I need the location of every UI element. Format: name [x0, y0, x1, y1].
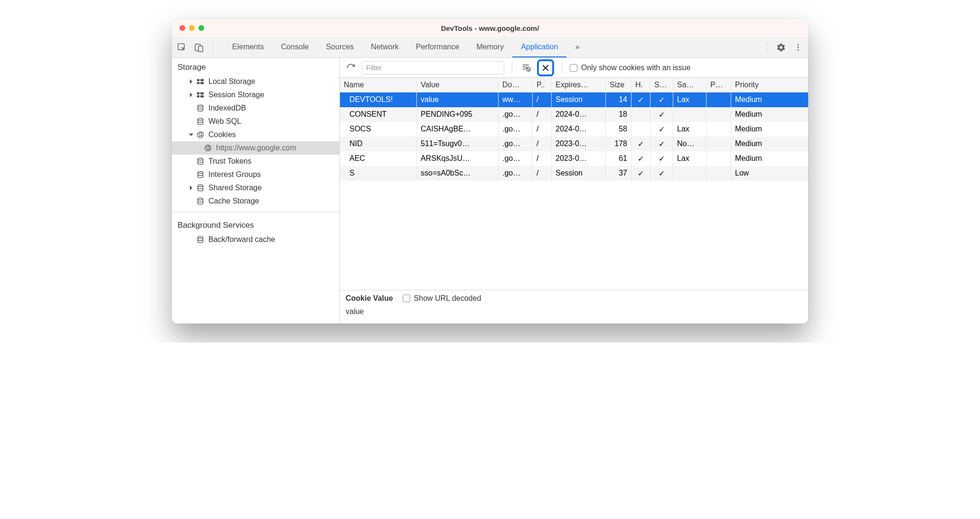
cell-value: value	[417, 93, 499, 107]
sidebar-item-interest-groups[interactable]: Interest Groups	[172, 168, 339, 181]
traffic-lights	[172, 25, 204, 31]
cell-size: 37	[606, 166, 631, 181]
column-header[interactable]: Priority	[731, 78, 802, 92]
svg-point-24	[207, 149, 208, 150]
cell-value: ARSKqsJsU…	[417, 151, 499, 166]
sidebar-item-https-www-google-com[interactable]: https://www.google.com	[172, 141, 339, 155]
db-icon	[196, 197, 205, 205]
table-row[interactable]: NID511=Tsugv0….go…/2023-0…178✓✓No…Medium	[340, 137, 808, 151]
cell-path: /	[533, 151, 552, 166]
cell-value: sso=sA0bSc…	[417, 166, 499, 181]
cell-partition	[707, 166, 731, 181]
tab-network[interactable]: Network	[362, 37, 407, 57]
column-header[interactable]: Sa…	[673, 78, 707, 92]
table-row[interactable]: Ssso=sA0bSc….go…/Session37✓✓Low	[340, 166, 808, 181]
db-icon	[196, 157, 205, 166]
disclosure-triangle-icon[interactable]	[190, 185, 192, 190]
sidebar-item-label: Session Storage	[208, 91, 264, 99]
cell-partition	[707, 107, 731, 122]
sidebar-item-web-sql[interactable]: Web SQL	[172, 115, 339, 128]
more-icon[interactable]	[792, 41, 804, 54]
settings-icon[interactable]	[775, 41, 787, 54]
device-toolbar-icon[interactable]	[193, 41, 205, 54]
cell-value: 511=Tsugv0…	[417, 137, 499, 151]
divider	[512, 62, 512, 74]
sidebar-item-indexeddb[interactable]: IndexedDB	[172, 102, 339, 115]
sidebar-item-session-storage[interactable]: Session Storage	[172, 88, 339, 102]
table-row[interactable]: DEVTOOLS!valueww…/Session14✓✓LaxMedium	[340, 93, 808, 107]
refresh-icon[interactable]	[345, 62, 357, 74]
disclosure-triangle-icon[interactable]	[190, 79, 192, 84]
more-tabs-icon[interactable]: »	[566, 37, 588, 57]
cell-domain: .go…	[499, 107, 533, 122]
maximize-window-button[interactable]	[198, 25, 204, 31]
tab-application[interactable]: Application	[512, 37, 566, 57]
inspect-element-icon[interactable]	[176, 41, 188, 54]
svg-rect-11	[200, 93, 204, 95]
minimize-window-button[interactable]	[189, 25, 195, 31]
db-icon	[196, 235, 205, 244]
svg-rect-10	[197, 93, 199, 95]
sidebar-item-trust-tokens[interactable]: Trust Tokens	[172, 155, 339, 168]
clear-all-cookies-button[interactable]	[537, 59, 554, 76]
sidebar-item-local-storage[interactable]: Local Storage	[172, 75, 339, 88]
cell-secure: ✓	[650, 107, 673, 122]
tab-memory[interactable]: Memory	[468, 37, 512, 57]
column-header[interactable]: S…	[650, 78, 673, 92]
db-icon	[196, 184, 205, 192]
cell-domain: .go…	[499, 137, 533, 151]
show-url-decoded-checkbox[interactable]	[403, 295, 410, 302]
svg-point-18	[201, 133, 202, 134]
column-header[interactable]: H.	[631, 78, 650, 92]
cell-partition	[707, 122, 731, 137]
table-row[interactable]: SOCSCAISHAgBE….go…/2024-0…58✓LaxMedium	[340, 122, 808, 137]
cell-value: CAISHAgBE…	[417, 122, 499, 137]
cell-partition	[707, 137, 731, 151]
tab-sources[interactable]: Sources	[317, 37, 362, 57]
sidebar-item-back-forward-cache[interactable]: Back/forward cache	[172, 233, 339, 246]
cell-samesite	[673, 166, 707, 181]
only-issues-checkbox[interactable]	[570, 64, 577, 72]
column-header[interactable]: P..	[533, 78, 552, 92]
svg-point-14	[198, 105, 203, 107]
cell-size: 58	[606, 122, 631, 137]
column-header[interactable]: Do…	[499, 78, 533, 92]
show-url-decoded-row[interactable]: Show URL decoded	[403, 294, 481, 303]
cell-domain: .go…	[499, 122, 533, 137]
cell-priority: Medium	[731, 107, 802, 122]
cell-expires: 2024-0…	[552, 122, 606, 137]
sidebar-item-cache-storage[interactable]: Cache Storage	[172, 195, 339, 208]
svg-point-30	[198, 237, 203, 239]
sidebar-item-cookies[interactable]: Cookies	[172, 128, 339, 141]
tab-elements[interactable]: Elements	[224, 37, 273, 57]
disclosure-triangle-icon[interactable]	[189, 134, 194, 136]
cell-priority: Medium	[731, 122, 802, 137]
sidebar-item-shared-storage[interactable]: Shared Storage	[172, 181, 339, 195]
cell-secure: ✓	[650, 137, 673, 151]
table-row[interactable]: AECARSKqsJsU….go…/2023-0…61✓✓LaxMedium	[340, 151, 808, 166]
sidebar-item-label: Local Storage	[208, 77, 255, 86]
svg-point-23	[208, 146, 209, 147]
filter-input[interactable]	[362, 61, 504, 74]
cell-expires: 2023-0…	[552, 137, 606, 151]
sidebar-item-label: Back/forward cache	[208, 235, 275, 244]
only-issues-checkbox-row[interactable]: Only show cookies with an issue	[570, 64, 690, 72]
column-header[interactable]: Expires…	[552, 78, 606, 92]
window-titlebar: DevTools - www.google.com/	[172, 19, 808, 37]
column-header[interactable]: Value	[417, 78, 499, 92]
column-header[interactable]: Size	[606, 78, 631, 92]
window-title: DevTools - www.google.com/	[172, 24, 808, 32]
column-header[interactable]: Name	[340, 78, 417, 92]
cell-http	[631, 122, 650, 137]
column-header[interactable]: P…	[707, 78, 731, 92]
disclosure-triangle-icon[interactable]	[190, 93, 192, 97]
tab-performance[interactable]: Performance	[407, 37, 468, 57]
table-body: DEVTOOLS!valueww…/Session14✓✓LaxMediumCO…	[340, 93, 808, 290]
table-row[interactable]: CONSENTPENDING+095.go…/2024-0…18✓Medium	[340, 107, 808, 122]
content-area: Storage Local StorageSession StorageInde…	[172, 58, 808, 324]
close-window-button[interactable]	[179, 25, 185, 31]
svg-point-19	[199, 136, 200, 137]
tab-console[interactable]: Console	[273, 37, 318, 57]
clear-filter-icon[interactable]	[520, 62, 532, 74]
application-sidebar: Storage Local StorageSession StorageInde…	[172, 58, 340, 324]
